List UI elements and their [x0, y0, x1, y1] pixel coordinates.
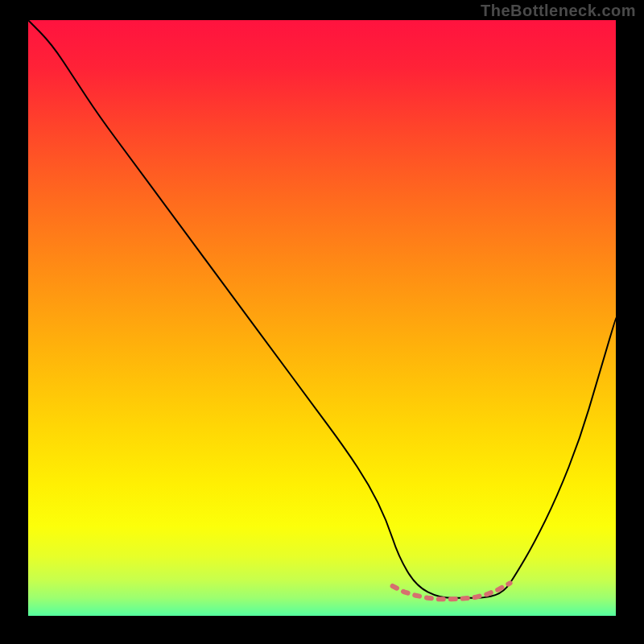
- chart-plot-area: [28, 20, 616, 616]
- watermark-text: TheBottleneck.com: [481, 2, 636, 20]
- gradient-background: [28, 20, 616, 616]
- bottleneck-chart: [28, 20, 616, 616]
